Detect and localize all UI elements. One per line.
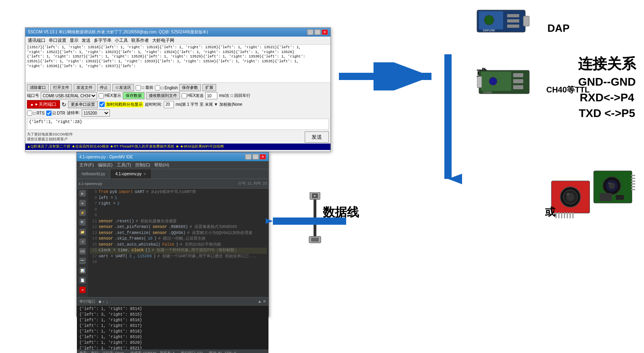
minimize-button[interactable]: _ [307,29,314,35]
timeout-input[interactable] [164,101,174,108]
tab-openmv[interactable]: 4.1-openmv.py ✕ [110,169,151,179]
code-line-6: 6 left = 1 [90,195,267,201]
camera-icon[interactable]: 📷 [79,258,86,264]
menu-port-settings[interactable]: 串口设置 [49,37,66,43]
svg-rect-40 [616,195,624,200]
ttl-module-container: CH340 [477,68,535,98]
dtr-checkbox[interactable]: ☑ DTR [46,111,65,116]
menu-send[interactable]: 发送 [82,37,91,43]
connect-icon[interactable]: ⚡ [79,209,86,216]
console-expand-icon[interactable]: ▲ ✕ [258,299,266,304]
resend-button[interactable]: ☆发送区 [112,84,134,91]
openmv-menu-file[interactable]: 文件(F) [79,162,94,168]
console-line-3: {'left': 1, 'right': 8516} [79,318,266,323]
menu-tools[interactable]: 小工具 [115,37,128,43]
file-label: 4.1-openmv.py [78,182,102,186]
svg-rect-10 [513,73,523,77]
openmv-minimize[interactable]: _ [245,154,252,160]
svg-point-5 [484,15,494,25]
camera1-image [549,177,596,225]
tab-helloworld[interactable]: helloworld.py [77,169,110,179]
red-stop-icon[interactable]: ✕ [79,287,86,293]
baudrate-select[interactable]: 115200 [82,109,110,117]
code-line-12: 12 sensor .set_pixformat( sensor .RGB565… [90,224,267,230]
file-icon[interactable]: 📄 [79,277,86,283]
console-line-6: {'left': 1, 'right': 8519} [79,335,266,340]
zoom-icon[interactable]: 🔍 [79,219,86,226]
menu-website[interactable]: 大虾电子网 [152,37,174,43]
menu-contact[interactable]: 联系作者 [131,37,149,43]
latest-checkbox[interactable]: □ 最前 [136,85,153,90]
chart-icon[interactable]: 📊 [79,267,86,274]
cursor-info: 行号: 21, 列号: 23 [238,181,267,186]
terminal-line-2: 'right': 13522}{'left': 1, 'right': 1352… [27,50,329,55]
timestamp-label: 加时间戳和分包显示 [105,102,143,107]
openmv-menu-help[interactable]: 帮助(H) [154,162,169,168]
sscom-send-row: 为了更好地发展SSCOM软件请您注册嘉立创|结尾客户 发送 [25,131,330,144]
timeout-label: 超时时间: [145,102,162,107]
openmv-menu-control[interactable]: 控制(C) [135,162,150,168]
svg-rect-45 [311,238,319,242]
menu-comm[interactable]: 通讯端口 [28,37,45,43]
svg-rect-37 [631,186,635,187]
sscom-status-text: 为了更好地发展SSCOM软件请您注册嘉立创|结尾客户 [27,132,301,142]
times-input[interactable] [205,92,217,99]
close-port-icon: ● [31,102,33,107]
maximize-button[interactable]: □ [314,29,321,35]
more-settings-button[interactable]: 更多串口设置 [68,101,98,108]
code-line-13: 13 sensor .set_framesize( sensor .QQVGA)… [90,230,267,236]
openmv-maximize[interactable]: □ [252,154,259,160]
openmv-close[interactable]: ✕ [260,154,266,160]
openmv-menu-edit[interactable]: 编辑(E) [98,162,113,168]
expand-button[interactable]: 扩展 [202,84,216,91]
timestamp-checkbox[interactable]: 加时间戳和分包显示 [99,102,143,107]
close-port-button[interactable]: ● ● 关闭端口 [27,100,60,109]
status-running: 运行于: Open... [102,351,127,353]
save-params-button[interactable]: 保存参数 [179,84,201,91]
console-line-4: {'left': 1, 'right': 8517} [79,323,266,329]
or2-label: 或 [545,205,555,219]
svg-rect-11 [513,79,523,83]
tab-close-icon[interactable]: ✕ [143,172,147,176]
tab-openmv-label: 4.1-openmv.py [115,172,141,176]
openmv-menu-tools[interactable]: 工具(T) [117,162,131,168]
rts-checkbox[interactable]: □ RTS [27,111,45,116]
menu-multi[interactable]: 多字节串 [94,37,111,43]
code-line-18: 18 [90,259,267,265]
code-line-16: 16 clock = time. clock () # 创建一个时钟对象,用于跟… [90,248,267,254]
close-button[interactable]: ✕ [322,29,328,35]
code-line-14: 14 sensor .skip_frames( 10 ) # 跳过一些帧,让设置… [90,236,267,242]
settings-icon[interactable]: ⚙ [79,238,86,245]
checksum-label: 加校验|None [219,102,242,107]
terminal-icon[interactable]: ⌨ [79,248,86,254]
sscom-ad-text: ▲Q群满员了,没有第二个群 ★合宙高性价比4G模块 ★RT-Thread中国人的… [27,144,224,148]
status-serial: 串行: [91,351,99,353]
menu-display[interactable]: 显示 [70,37,78,43]
openmv-title: 4.1-openmv.py - OpenMV IDE [79,155,133,159]
send-button[interactable]: 发送 [305,131,329,143]
run-icon[interactable]: ▶ [79,190,86,197]
intercept-button[interactable]: 接收数据到文件 [146,92,180,99]
save-data-button[interactable]: 保存数据 [123,92,144,99]
hex-send-checkbox[interactable]: HEX发送 [182,93,204,99]
send-file-button[interactable]: 发送文件 [74,84,95,91]
console-line-5: {'left': 1, 'right': 8518} [79,329,266,335]
openmv-tabs: helloworld.py 4.1-openmv.py ✕ [77,169,268,179]
english-checkbox[interactable]: □ English [155,85,178,90]
hex-show-checkbox[interactable]: HEX显示 [99,93,121,99]
console-icons[interactable]: ■ ↑ ↓ [99,299,108,304]
clear-window-button[interactable]: 清除窗口 [27,84,49,91]
open-file-button[interactable]: 打开文件 [50,84,72,91]
console-line-1: {'left': 1, 'right': 8514} [79,306,266,312]
port-select[interactable]: COM8 USB-SERIAL CH340 [41,92,97,99]
svg-rect-12 [513,85,523,89]
stop-button[interactable]: 停止 [97,84,111,91]
arrow-right-svg [335,62,440,90]
arrow-left-svg [266,209,350,233]
status-search: 搜索: [79,351,88,353]
svg-rect-33 [631,175,635,176]
openmv-code-area: 5 from pyb import UART # 从pyb模块中导入UART类 … [88,189,268,297]
camera2-image [592,169,636,213]
stop-icon[interactable]: ■ [79,200,86,206]
folder-icon[interactable]: 📁 [79,229,86,235]
